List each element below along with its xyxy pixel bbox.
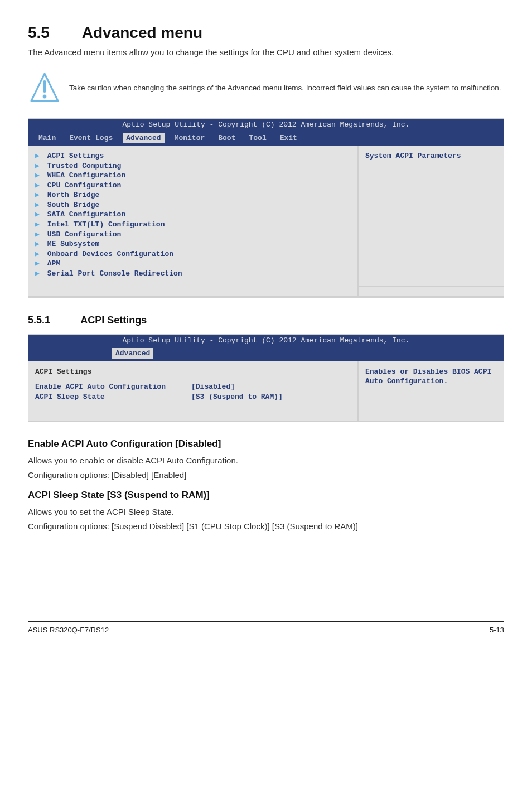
svg-rect-1 <box>43 80 46 93</box>
submenu-arrow-icon: ▶ <box>35 239 43 249</box>
submenu-arrow-icon: ▶ <box>35 230 43 240</box>
bios-menu-item-label: Trusted Computing <box>43 162 121 170</box>
submenu-arrow-icon: ▶ <box>35 269 43 279</box>
bios-menu-item[interactable]: ▶ ACPI Settings <box>35 151 351 161</box>
bios-tab-advanced[interactable]: Advanced <box>123 133 164 144</box>
bios-menu-item[interactable]: ▶ North Bridge <box>35 190 351 200</box>
bios-tab-main[interactable]: Main <box>35 133 59 144</box>
bios-rows: Enable ACPI Auto Configuration[Disabled]… <box>35 382 351 402</box>
bios-menu-item-label: North Bridge <box>43 191 99 199</box>
bios-tab-monitor[interactable]: Monitor <box>171 133 209 144</box>
bios-tab-boot[interactable]: Boot <box>215 133 239 144</box>
subsection-title: ACPI Settings <box>80 315 147 326</box>
bios-menu-item-label: Onboard Devices Configuration <box>43 250 173 258</box>
bios-header: Aptio Setup Utility - Copyright (C) 2012… <box>28 335 504 347</box>
bios-tab-exit[interactable]: Exit <box>277 133 301 144</box>
page-footer: ASUS RS320Q-E7/RS12 5-13 <box>28 621 504 635</box>
section-heading: 5.5 Advanced menu <box>28 22 504 44</box>
bios-menu-item-label: South Bridge <box>43 201 99 209</box>
caution-text: Take caution when changing the settings … <box>69 83 501 93</box>
bios-menu-item[interactable]: ▶ Intel TXT(LT) Configuration <box>35 220 351 230</box>
bios-menu-item-label: USB Configuration <box>43 230 121 239</box>
section-number: 5.5 <box>28 22 78 44</box>
bios-menu-item[interactable]: ▶ APM <box>35 259 351 269</box>
bios-menu-item[interactable]: ▶ USB Configuration <box>35 230 351 240</box>
bios-tab-tool[interactable]: Tool <box>245 133 269 144</box>
bios-panel-acpi: Aptio Setup Utility - Copyright (C) 2012… <box>28 334 504 423</box>
bios-menubar-single: Advanced <box>28 346 504 361</box>
submenu-arrow-icon: ▶ <box>35 220 43 230</box>
bios-menu-item[interactable]: ▶ WHEA Configuration <box>35 171 351 181</box>
bios-menu-item-label: APM <box>43 259 60 268</box>
bios-setting-value: [S3 (Suspend to RAM)] <box>191 392 283 402</box>
bios-menu-item-label: ACPI Settings <box>43 152 104 160</box>
submenu-arrow-icon: ▶ <box>35 249 43 259</box>
bios-menu-item[interactable]: ▶ ME Subsystem <box>35 239 351 249</box>
bios-menu-item[interactable]: ▶ Onboard Devices Configuration <box>35 249 351 259</box>
bios-menu-item-label: SATA Configuration <box>43 210 125 219</box>
bios-menu-item-label: CPU Configuration <box>43 181 121 190</box>
bios-setting-key: ACPI Sleep State <box>35 392 191 402</box>
submenu-arrow-icon: ▶ <box>35 161 43 171</box>
section-title-text: Advanced menu <box>82 24 202 41</box>
submenu-arrow-icon: ▶ <box>35 171 43 181</box>
subsection-heading: 5.5.1 ACPI Settings <box>28 313 504 327</box>
bios-item-list: ▶ ACPI Settings▶ Trusted Computing▶ WHEA… <box>35 151 351 278</box>
setting-desc: Allows you to set the ACPI Sleep State. <box>28 506 504 518</box>
bios-setting-row[interactable]: Enable ACPI Auto Configuration[Disabled] <box>35 382 351 392</box>
bios-tab-advanced[interactable]: Advanced <box>112 348 153 359</box>
setting-opts: Configuration options: [Disabled] [Enabl… <box>28 470 504 481</box>
footer-product: ASUS RS320Q-E7/RS12 <box>28 625 109 635</box>
bios-section-title: ACPI Settings <box>35 367 351 377</box>
submenu-arrow-icon: ▶ <box>35 210 43 220</box>
bios-menu-item[interactable]: ▶ SATA Configuration <box>35 210 351 220</box>
setting-desc: Allows you to enable or disable ACPI Aut… <box>28 455 504 466</box>
setting-heading: Enable ACPI Auto Configuration [Disabled… <box>28 438 504 451</box>
setting-opts: Configuration options: [Suspend Disabled… <box>28 521 504 532</box>
bios-header: Aptio Setup Utility - Copyright (C) 2012… <box>28 119 504 131</box>
submenu-arrow-icon: ▶ <box>35 190 43 200</box>
bios-setting-value: [Disabled] <box>191 382 235 392</box>
bios-menu-item[interactable]: ▶ CPU Configuration <box>35 181 351 191</box>
bios-help-text: System ACPI Parameters <box>365 151 497 161</box>
bios-setting-row[interactable]: ACPI Sleep State[S3 (Suspend to RAM)] <box>35 392 351 402</box>
subsection-number: 5.5.1 <box>28 313 78 327</box>
bios-menu-item[interactable]: ▶ Trusted Computing <box>35 161 351 171</box>
submenu-arrow-icon: ▶ <box>35 259 43 269</box>
caution-callout: Take caution when changing the settings … <box>67 66 504 110</box>
bios-menu-item[interactable]: ▶ Serial Port Console Redirection <box>35 269 351 279</box>
bios-menu-item-label: WHEA Configuration <box>43 171 125 180</box>
submenu-arrow-icon: ▶ <box>35 200 43 210</box>
bios-setting-key: Enable ACPI Auto Configuration <box>35 382 191 392</box>
bios-panel-advanced: Aptio Setup Utility - Copyright (C) 2012… <box>28 118 504 298</box>
setting-heading: ACPI Sleep State [S3 (Suspend to RAM)] <box>28 489 504 502</box>
bios-menu-item-label: Intel TXT(LT) Configuration <box>43 220 165 229</box>
section-lead: The Advanced menu items allow you to cha… <box>28 47 504 58</box>
footer-page-number: 5-13 <box>490 625 504 635</box>
bios-menu-item-label: Serial Port Console Redirection <box>43 269 182 278</box>
bios-help-text: Enables or Disables BIOS ACPI Auto Confi… <box>365 367 497 386</box>
bios-menubar: MainEvent LogsAdvancedMonitorBootToolExi… <box>28 131 504 146</box>
svg-point-2 <box>43 95 47 99</box>
bios-menu-item-label: ME Subsystem <box>43 240 99 248</box>
bios-tab-event-logs[interactable]: Event Logs <box>66 133 116 144</box>
submenu-arrow-icon: ▶ <box>35 151 43 161</box>
submenu-arrow-icon: ▶ <box>35 181 43 191</box>
caution-icon <box>30 72 59 104</box>
bios-menu-item[interactable]: ▶ South Bridge <box>35 200 351 210</box>
